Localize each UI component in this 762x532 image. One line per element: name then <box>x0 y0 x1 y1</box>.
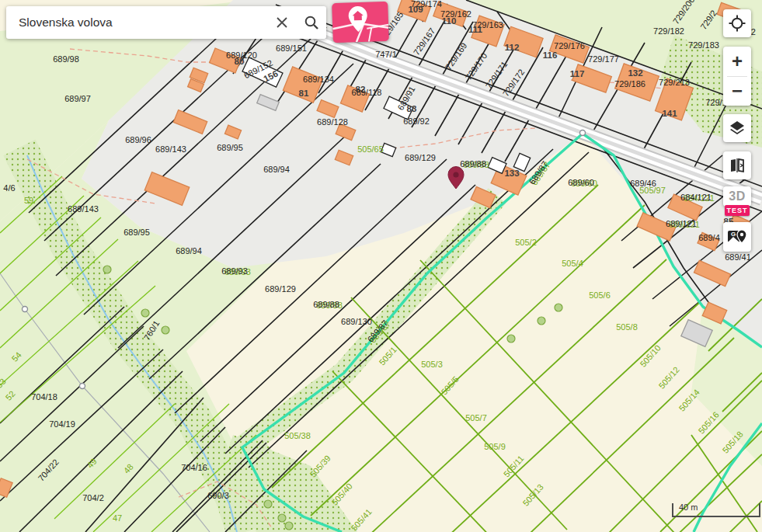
parcel-label: 112 <box>505 43 520 52</box>
parcel-label: 505/8 <box>616 322 638 332</box>
parcel-label: 704/16 <box>181 463 207 472</box>
app-logo[interactable] <box>332 2 389 43</box>
parcel-label: 704/2 <box>82 493 104 502</box>
parcel-label: 116 <box>543 50 558 60</box>
parcel-label: 689/88 <box>313 300 339 309</box>
parcel-label: 689/88 <box>460 159 486 169</box>
parcel-label: 81 <box>299 89 309 98</box>
tree-icon <box>285 522 293 530</box>
boundary-node <box>80 384 85 389</box>
misspelled-word: volova <box>78 16 113 30</box>
parcel-label: 704/19 <box>49 419 75 429</box>
parcel-label: 689/151 <box>276 43 307 53</box>
parcel-label: 689/130 <box>341 317 372 326</box>
parcel-label: 83 <box>407 104 417 113</box>
test-badge: TEST <box>725 205 750 216</box>
zoom-out-button[interactable]: − <box>723 76 751 106</box>
zoom-panel: + − <box>723 47 751 106</box>
parcel-label: 111 <box>468 25 483 34</box>
marker-pin-hole <box>453 172 458 177</box>
parcel-label: 689/95 <box>124 228 150 237</box>
parcel-label: 729/183 <box>688 40 719 50</box>
parcel-label: 689/94 <box>176 246 202 256</box>
search-button[interactable] <box>297 6 326 39</box>
map-logo-icon <box>332 2 389 43</box>
search-input[interactable]: Slovenska volova <box>6 16 267 30</box>
boundary-node <box>23 307 28 312</box>
map-viewport[interactable]: 689/98689/97689/96689/143689/95689/94689… <box>0 0 762 532</box>
parcel-label: 59 <box>24 196 33 205</box>
parcel-label: 729/177 <box>588 54 619 64</box>
parcel-label: 133 <box>504 169 519 178</box>
parcel-label: 505/9 <box>484 442 506 451</box>
search-box[interactable]: Slovenska volova <box>6 6 326 39</box>
parcel-label: 505/3 <box>421 360 443 369</box>
zoom-in-button[interactable]: + <box>723 47 751 76</box>
scale-bar: 40 m <box>672 503 760 517</box>
search-icon <box>304 15 319 30</box>
parcel-label: 729/176 <box>554 41 585 50</box>
street-view-icon: G <box>727 227 747 247</box>
locate-button[interactable] <box>723 9 751 37</box>
layers-icon <box>728 119 746 137</box>
parcel-label: 505/97 <box>639 186 666 195</box>
compare-maps-button[interactable] <box>723 151 751 179</box>
parcel-label: 689/93 <box>221 266 248 276</box>
parcel-label: 729/213 <box>659 78 690 87</box>
parcel-label: 109 <box>408 5 423 14</box>
boundary-node <box>580 130 586 136</box>
parcel-label: 132 <box>628 68 642 78</box>
parcel-label: 80 <box>235 57 245 66</box>
parcel-label: 689/97 <box>64 94 91 103</box>
parcel-label: 505/7 <box>465 413 487 422</box>
parcel-label: 689/4 <box>698 233 720 242</box>
parcel-label: 747/1 <box>375 50 397 59</box>
parcel-label: 690/3 <box>207 491 229 500</box>
tree-icon <box>103 266 111 273</box>
scale-bar-label: 40 m <box>679 502 698 512</box>
street-view-button[interactable]: G <box>723 222 751 252</box>
parcel-label: 117 <box>570 69 585 78</box>
layers-button[interactable] <box>723 114 751 142</box>
parcel-label: 47 <box>113 513 122 523</box>
parcel-label: 689/98 <box>53 54 79 64</box>
split-map-icon <box>728 156 746 175</box>
parcel-label: 689/118 <box>352 88 382 97</box>
three-d-button[interactable]: 3D <box>723 186 751 207</box>
parcel-label: 684/121 <box>680 193 712 202</box>
tree-icon <box>264 500 272 508</box>
parcel-label: 689/134 <box>303 75 334 84</box>
tree-icon <box>507 335 515 342</box>
parcel-label: 689/129 <box>265 284 296 294</box>
parcel-label: 505/65 <box>357 144 384 154</box>
close-icon <box>276 16 288 29</box>
parcel-label: 689/143 <box>68 204 99 214</box>
tree-icon <box>141 309 149 317</box>
svg-text:G: G <box>731 231 736 238</box>
gps-locate-icon <box>729 15 746 32</box>
tree-icon <box>538 317 545 325</box>
tree-icon <box>555 304 562 311</box>
parcel-label: 689/129 <box>405 153 436 162</box>
parcel-label: 689/94 <box>263 165 290 174</box>
parcel-label: 689/143 <box>155 144 186 154</box>
parcel-label: 4/6 <box>3 183 15 193</box>
parcel-label: 505/6 <box>589 290 611 300</box>
parcel-label: 704/18 <box>31 392 57 402</box>
clear-search-button[interactable] <box>267 6 297 39</box>
parcel-label: 689/95 <box>217 143 243 152</box>
parcel-label: 689/60 <box>568 178 594 187</box>
tree-icon <box>278 514 286 522</box>
parcel-label: 505/38 <box>284 431 311 440</box>
parcel-label: 689/128 <box>317 117 348 127</box>
parcel-label: 729/182 <box>653 26 684 36</box>
tree-icon <box>162 326 169 334</box>
parcel-label: 505/4 <box>562 259 583 268</box>
parcel-label: 110 <box>442 16 457 26</box>
parcel-label: 505/2 <box>515 238 537 247</box>
parcel-label: 689/41 <box>725 252 751 262</box>
map-canvas[interactable]: 689/98689/97689/96689/143689/95689/94689… <box>0 0 762 532</box>
parcel-label: 689/96 <box>125 135 151 144</box>
parcel-label: 141 <box>662 109 677 118</box>
parcel-label: 689/121 <box>666 219 697 228</box>
